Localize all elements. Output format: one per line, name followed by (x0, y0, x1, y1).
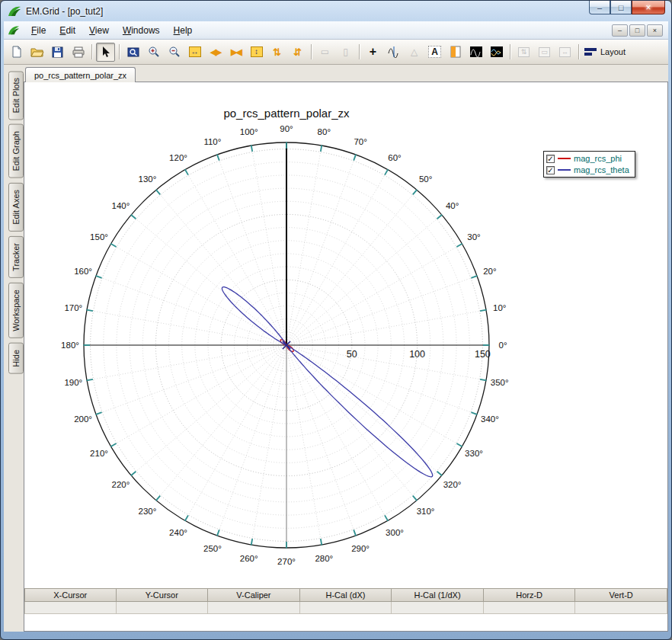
open-file-button[interactable] (27, 43, 46, 62)
mdi-minimize-button[interactable]: – (612, 24, 628, 37)
region-select-button[interactable]: ▭ (315, 43, 334, 62)
angle-label: 150° (90, 232, 108, 242)
angle-label: 320° (443, 480, 462, 489)
readout-header-horz-d: Horz-D (484, 588, 576, 602)
mdi-window-controls: – □ × (612, 24, 664, 37)
legend-checkbox-phi[interactable]: ✓ (546, 155, 555, 163)
grid-radial-line (286, 155, 356, 345)
layout-label: Layout (600, 47, 626, 56)
angle-label: 250° (203, 544, 222, 553)
angle-tick (321, 146, 322, 152)
main-area: po_rcs_pattern_polar_zx po_rcs_pattern_p… (24, 65, 668, 632)
close-button[interactable]: × (632, 1, 665, 14)
h-zoom-button[interactable]: ↔ (185, 43, 204, 62)
sidebar-tab-tracker[interactable]: Tracker (8, 236, 24, 278)
sidebar-tab-edit-axes[interactable]: Edit Axes (8, 183, 24, 232)
v-axis-box-button[interactable]: ⇅ (514, 43, 533, 62)
angle-label: 350° (491, 378, 509, 387)
spectrum-2-icon (491, 46, 503, 57)
grid-radial-line (111, 345, 286, 446)
grid-radial-line (217, 345, 286, 536)
v-fit-button[interactable]: ⇵ (288, 43, 307, 62)
zoom-out-button[interactable] (165, 43, 184, 62)
new-file-button[interactable] (7, 43, 26, 62)
angle-label: 220° (112, 480, 130, 489)
cursor-readout: X-Cursor Y-Cursor V-Caliper H-Cal (dX) H… (24, 588, 667, 614)
angle-tick (385, 169, 388, 174)
angle-tick (131, 472, 136, 476)
h-fit-icon: ▶◀ (231, 47, 241, 57)
check-icon: ✓ (547, 155, 553, 163)
angle-tick (437, 472, 443, 476)
app-logo-icon (8, 5, 21, 18)
v-zoom-button[interactable]: ↕ (247, 43, 266, 62)
readout-value-v-caliper (208, 602, 300, 614)
readout-value-vert-d (575, 602, 667, 614)
v-pan-button[interactable]: ⇅ (267, 43, 286, 62)
trace-tracker-icon (388, 46, 400, 58)
angle-tick (437, 215, 443, 219)
grid-radial-line (286, 345, 388, 520)
grid-radial-line (87, 345, 286, 380)
spectrum-1-button[interactable] (466, 43, 485, 62)
band-select-button[interactable]: ▯ (336, 43, 355, 62)
region-select-icon: ▭ (321, 46, 329, 57)
maximize-icon: □ (619, 3, 624, 12)
toolbar-separator (359, 44, 360, 59)
readout-header-hcal-1dx: H-Cal (1/dX) (392, 588, 484, 602)
h-pan-button[interactable]: ◀▶ (206, 43, 225, 62)
h-fit-button[interactable]: ▶◀ (226, 43, 245, 62)
menu-windows[interactable]: Windows (116, 23, 167, 38)
legend-item-mag-rcs-theta[interactable]: ✓ mag_rcs_theta (546, 165, 629, 174)
sidebar-tab-workspace[interactable]: Workspace (8, 283, 24, 338)
legend-item-mag-rcs-phi[interactable]: ✓ mag_rcs_phi (546, 154, 629, 163)
grid-radial-line (96, 345, 286, 414)
spectrum-2-button[interactable] (487, 43, 506, 62)
menu-view[interactable]: View (82, 23, 116, 38)
fill-color-button[interactable] (446, 43, 465, 62)
v-fit-icon: ⇵ (293, 46, 302, 58)
menu-edit[interactable]: Edit (53, 23, 82, 38)
radial-label: 50 (347, 349, 357, 360)
axes-box-button[interactable]: ▭ (535, 43, 554, 62)
cross-marker-button[interactable]: + (363, 43, 382, 62)
trace-tracker-button[interactable] (384, 43, 403, 62)
sidebar-tab-hide[interactable]: Hide (8, 343, 24, 374)
mdi-close-button[interactable]: × (647, 24, 663, 37)
layout-button[interactable]: Layout (583, 43, 626, 62)
zoom-in-button[interactable] (144, 43, 163, 62)
zoom-window-button[interactable] (123, 43, 142, 62)
menu-help[interactable]: Help (167, 23, 200, 38)
toolbar: ↔◀▶▶◀↕⇅⇵▭▯+△A⇅▭↔Layout (4, 40, 668, 65)
angle-label: 270° (277, 557, 296, 566)
legend-label-theta: mag_rcs_theta (574, 165, 629, 174)
save-file-button[interactable] (48, 43, 67, 62)
h-axis-box-button[interactable]: ↔ (555, 43, 574, 62)
angle-tick (413, 496, 418, 501)
maximize-button[interactable]: □ (610, 1, 632, 14)
text-tool-button[interactable]: A (425, 43, 444, 62)
angle-tick (110, 443, 116, 446)
triangle-marker-button[interactable]: △ (405, 43, 424, 62)
print-button[interactable] (69, 43, 88, 62)
document-tab[interactable]: po_rcs_pattern_polar_zx (25, 67, 136, 82)
angle-tick (217, 530, 219, 536)
legend-checkbox-theta[interactable]: ✓ (546, 166, 555, 174)
title-bar: EM.Grid - [po_tut2] – □ × (1, 1, 671, 21)
pointer-tool-button[interactable] (96, 43, 115, 62)
minimize-button[interactable]: – (589, 1, 610, 14)
mdi-restore-button[interactable]: □ (629, 24, 645, 37)
grid-radial-line (286, 345, 356, 536)
angle-tick (321, 539, 322, 545)
angle-tick (413, 190, 418, 195)
sidebar-tab-edit-graph[interactable]: Edit Graph (8, 124, 24, 178)
angle-label: 0° (499, 341, 507, 350)
readout-value-hcal-1dx (392, 602, 484, 614)
series-mag_rcs_theta (222, 287, 286, 345)
menu-file[interactable]: File (24, 23, 53, 38)
angle-label: 50° (419, 174, 432, 184)
angle-tick (131, 215, 136, 219)
angle-label: 100° (240, 127, 258, 136)
sidebar-tab-edit-plots[interactable]: Edit Plots (8, 71, 24, 120)
document-window-icon[interactable] (8, 25, 20, 36)
